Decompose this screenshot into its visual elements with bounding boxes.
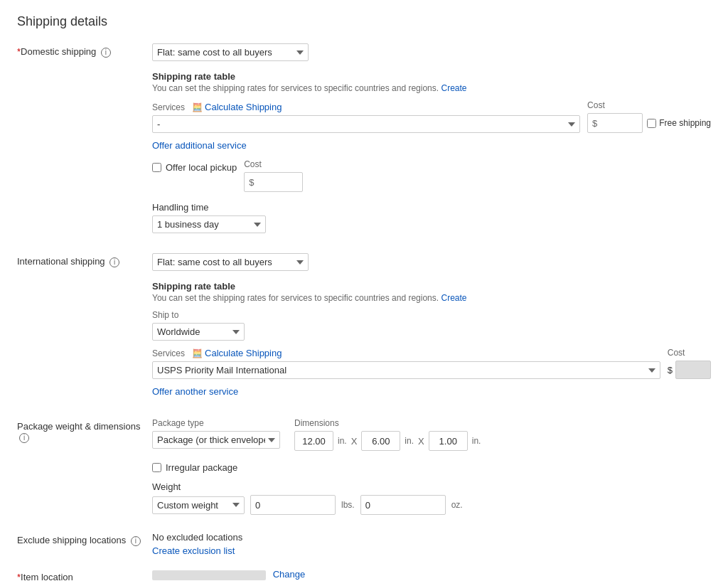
services-row: Services 🧮 Calculate Shipping - Cost $ bbox=[152, 100, 711, 133]
intl-calculator-icon: 🧮 bbox=[192, 348, 203, 358]
ship-to-select[interactable]: Worldwide Americas Europe Asia bbox=[152, 323, 245, 341]
international-shipping-content: Flat: same cost to all buyers Calculated… bbox=[152, 253, 711, 405]
irregular-package-checkbox[interactable] bbox=[152, 463, 161, 472]
dims-row: 12.00 in. X 6.00 in. X 1.00 in. bbox=[294, 431, 481, 451]
services-label: Services bbox=[152, 102, 185, 112]
item-location-section: *Item location Change bbox=[17, 569, 711, 581]
irregular-package-row: Irregular package bbox=[152, 462, 711, 473]
free-shipping-checkbox[interactable] bbox=[647, 119, 656, 128]
package-type-select[interactable]: Package (or thick envelope) Large envelo… bbox=[152, 431, 280, 449]
no-excluded-text: No excluded locations bbox=[152, 532, 711, 543]
domestic-shipping-section: *Domestic shipping i Flat: same cost to … bbox=[17, 43, 711, 240]
handling-time-label: Handling time bbox=[152, 202, 711, 213]
package-type-label: Package type bbox=[152, 418, 280, 428]
international-shipping-label: International shipping i bbox=[17, 253, 152, 267]
international-shipping-info-icon[interactable]: i bbox=[109, 257, 119, 267]
package-weight-label: Package weight & dimensions i bbox=[17, 418, 152, 443]
page-title: Shipping details bbox=[17, 14, 711, 29]
weight-section: Weight Custom weight 1 lb 2 lbs 0 lbs. 0… bbox=[152, 481, 711, 515]
ship-to-row: Ship to Worldwide Americas Europe Asia bbox=[152, 310, 711, 341]
domestic-cost-input[interactable] bbox=[599, 118, 638, 129]
intl-cost-blurred-input bbox=[675, 361, 711, 379]
services-col: Services 🧮 Calculate Shipping - bbox=[152, 102, 580, 133]
local-pickup-dollar-sign: $ bbox=[249, 177, 254, 188]
package-row: Package type Package (or thick envelope)… bbox=[152, 418, 711, 457]
local-pickup-checkbox[interactable] bbox=[152, 163, 161, 172]
intl-calc-shipping-link[interactable]: 🧮 Calculate Shipping bbox=[192, 348, 282, 358]
item-location-label: *Item location bbox=[17, 569, 152, 581]
cost-col: Cost $ Free shipping bbox=[587, 100, 711, 133]
dim1-unit: in. bbox=[338, 436, 347, 446]
package-weight-section: Package weight & dimensions i Package ty… bbox=[17, 418, 711, 519]
calculator-icon: 🧮 bbox=[192, 102, 203, 112]
local-pickup-cost-input[interactable] bbox=[255, 177, 298, 188]
exclude-locations-label: Exclude shipping locations i bbox=[17, 532, 152, 546]
international-shipping-section: International shipping i Flat: same cost… bbox=[17, 253, 711, 405]
ship-to-label: Ship to bbox=[152, 310, 711, 320]
exclude-locations-content: No excluded locations Create exclusion l… bbox=[152, 532, 711, 556]
domestic-shipping-content: Flat: same cost to all buyers Calculated… bbox=[152, 43, 711, 240]
dim3-unit: in. bbox=[472, 436, 481, 446]
domestic-shipping-info-icon[interactable]: i bbox=[101, 48, 111, 58]
package-weight-label-text: Package weight & dimensions bbox=[17, 421, 140, 432]
handling-time-row: Handling time 1 business day Same busine… bbox=[152, 202, 711, 233]
intl-cost-col: Cost $ bbox=[668, 348, 711, 379]
intl-services-row: Services 🧮 Calculate Shipping USPS Prior… bbox=[152, 348, 711, 379]
item-location-content: Change bbox=[152, 569, 711, 580]
exclude-locations-section: Exclude shipping locations i No excluded… bbox=[17, 532, 711, 556]
lbs-label: lbs. bbox=[341, 500, 355, 510]
local-pickup-cost-wrapper: Cost $ bbox=[244, 159, 303, 192]
intl-rate-table-desc: You can set the shipping rates for servi… bbox=[152, 293, 711, 303]
calc-shipping-link[interactable]: 🧮 Calculate Shipping bbox=[192, 102, 282, 112]
dim2-unit: in. bbox=[405, 436, 414, 446]
offer-another-service-link[interactable]: Offer another service bbox=[152, 386, 238, 397]
local-pickup-cost-input-wrapper: $ bbox=[244, 172, 303, 192]
domestic-services-select[interactable]: - bbox=[152, 115, 580, 133]
dim2-input[interactable]: 6.00 bbox=[361, 431, 400, 451]
package-type-col: Package type Package (or thick envelope)… bbox=[152, 418, 280, 449]
intl-cost-label: Cost bbox=[668, 348, 711, 358]
item-location-blurred bbox=[152, 570, 266, 580]
package-weight-info-icon[interactable]: i bbox=[19, 433, 29, 443]
domestic-shipping-dropdown[interactable]: Flat: same cost to all buyers Calculated… bbox=[152, 43, 309, 61]
intl-create-rate-table-link[interactable]: Create bbox=[441, 293, 466, 303]
dim1-input[interactable]: 12.00 bbox=[294, 431, 333, 451]
intl-label-text: International shipping bbox=[17, 256, 105, 267]
custom-weight-select[interactable]: Custom weight 1 lb 2 lbs bbox=[152, 496, 245, 514]
item-location-label-text: Item location bbox=[21, 572, 73, 581]
exclude-locations-label-text: Exclude shipping locations bbox=[17, 535, 126, 545]
weight-row: Custom weight 1 lb 2 lbs 0 lbs. 0 oz. bbox=[152, 495, 711, 515]
intl-dollar-sign: $ bbox=[668, 365, 673, 375]
intl-services-select[interactable]: USPS Priority Mail International bbox=[152, 361, 660, 379]
services-col-label: Services 🧮 Calculate Shipping bbox=[152, 102, 580, 112]
calc-shipping-text: Calculate Shipping bbox=[205, 102, 282, 112]
x-sep-2: X bbox=[418, 436, 424, 447]
local-pickup-label: Offer local pickup bbox=[166, 162, 237, 173]
create-rate-table-link[interactable]: Create bbox=[441, 83, 466, 93]
handling-time-select[interactable]: 1 business day Same business day 2 busin… bbox=[152, 215, 266, 233]
local-pickup-cost-label: Cost bbox=[244, 159, 303, 169]
dim3-input[interactable]: 1.00 bbox=[429, 431, 468, 451]
intl-rate-desc-text: You can set the shipping rates for servi… bbox=[152, 293, 439, 303]
weight-label: Weight bbox=[152, 481, 711, 492]
label-text: Domestic shipping bbox=[21, 46, 96, 57]
item-location-change-link[interactable]: Change bbox=[273, 569, 306, 580]
weight-oz-input[interactable]: 0 bbox=[360, 495, 446, 515]
intl-services-label: Services bbox=[152, 348, 185, 358]
dimensions-label: Dimensions bbox=[294, 418, 481, 428]
intl-rate-table-title: Shipping rate table bbox=[152, 281, 711, 292]
create-exclusion-link[interactable]: Create exclusion list bbox=[152, 545, 235, 556]
dollar-sign: $ bbox=[592, 118, 597, 129]
weight-lbs-input[interactable]: 0 bbox=[250, 495, 336, 515]
irregular-package-label: Irregular package bbox=[166, 462, 237, 473]
local-pickup-check: Offer local pickup bbox=[152, 162, 237, 173]
international-shipping-dropdown[interactable]: Flat: same cost to all buyers Calculated… bbox=[152, 253, 309, 271]
offer-additional-service-link[interactable]: Offer additional service bbox=[152, 140, 247, 151]
intl-calc-shipping-text: Calculate Shipping bbox=[205, 348, 282, 358]
exclude-locations-info-icon[interactable]: i bbox=[131, 536, 141, 546]
shipping-rate-desc-text: You can set the shipping rates for servi… bbox=[152, 83, 439, 93]
dims-col: Dimensions 12.00 in. X 6.00 in. X 1.00 i… bbox=[294, 418, 481, 457]
cost-col-label: Cost bbox=[587, 100, 643, 110]
domestic-shipping-label: *Domestic shipping i bbox=[17, 43, 152, 58]
x-sep-1: X bbox=[351, 436, 358, 447]
